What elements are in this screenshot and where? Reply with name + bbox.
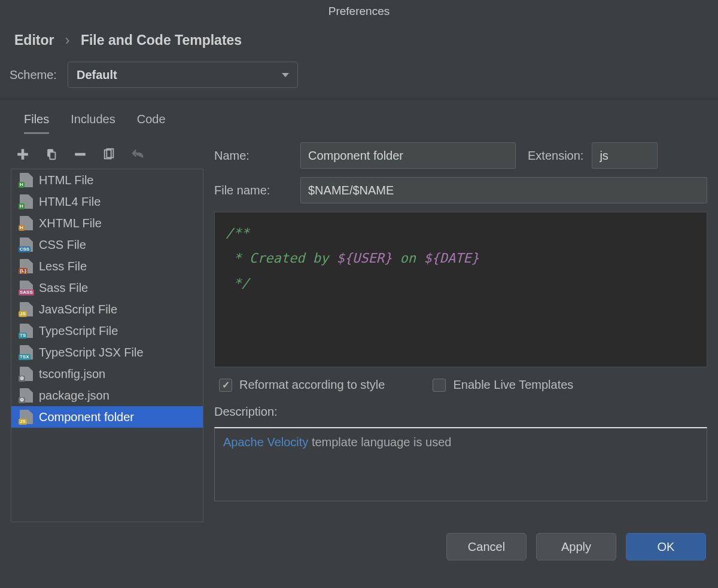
tab-files[interactable]: Files xyxy=(24,112,49,134)
template-list[interactable]: HHTML FileHHTML4 FileHXHTML FileCSSCSS F… xyxy=(11,169,203,522)
template-item[interactable]: SASSSass File xyxy=(11,277,203,298)
live-templates-checkbox[interactable] xyxy=(433,379,446,392)
template-item-label: CSS File xyxy=(39,238,86,252)
template-item-label: Sass File xyxy=(39,281,88,295)
svg-rect-1 xyxy=(18,153,28,156)
tab-includes[interactable]: Includes xyxy=(71,112,115,134)
scheme-value: Default xyxy=(77,68,117,82)
file-icon: H xyxy=(20,173,33,187)
svg-rect-3 xyxy=(50,152,55,159)
remove-template-button[interactable] xyxy=(72,146,89,163)
duplicate-template-button[interactable] xyxy=(101,146,117,163)
template-item[interactable]: TSTypeScript File xyxy=(11,320,203,342)
file-icon: JS xyxy=(20,302,33,316)
file-icon: TSX xyxy=(20,345,33,359)
reformat-label: Reformat according to style xyxy=(239,378,385,392)
breadcrumb-leaf: File and Code Templates xyxy=(81,32,242,48)
undo-button xyxy=(129,146,146,163)
file-icon: JS xyxy=(20,410,33,424)
name-input[interactable] xyxy=(300,142,516,169)
template-toolbar xyxy=(11,142,203,169)
breadcrumb: Editor › File and Code Templates xyxy=(0,24,718,59)
file-icon: {L} xyxy=(20,259,33,273)
breadcrumb-sep-icon: › xyxy=(65,32,70,48)
filename-label: File name: xyxy=(214,184,292,197)
template-item-label: XHTML File xyxy=(39,217,102,230)
template-item-label: HTML4 File xyxy=(39,195,101,209)
extension-label: Extension: xyxy=(528,149,583,163)
template-item[interactable]: JSJavaScript File xyxy=(11,298,203,320)
live-templates-label: Enable Live Templates xyxy=(453,378,573,392)
template-item[interactable]: ⚙tsconfig.json xyxy=(11,363,203,385)
breadcrumb-root[interactable]: Editor xyxy=(14,32,54,48)
extension-input[interactable] xyxy=(592,142,658,169)
code-editor[interactable]: /** * Created by ${USER} on ${DATE} */ xyxy=(214,212,707,367)
scheme-dropdown[interactable]: Default xyxy=(68,62,298,88)
file-icon: ⚙ xyxy=(20,367,33,381)
file-icon: ⚙ xyxy=(20,388,33,403)
file-icon: CSS xyxy=(20,237,33,252)
template-item-label: HTML File xyxy=(39,173,93,187)
apply-button[interactable]: Apply xyxy=(536,533,616,560)
template-item[interactable]: ⚙package.json xyxy=(11,385,203,406)
name-label: Name: xyxy=(214,149,292,163)
file-icon: H xyxy=(20,216,33,230)
file-icon: SASS xyxy=(20,281,33,295)
template-item-label: Less File xyxy=(39,260,87,273)
template-item[interactable]: {L}Less File xyxy=(11,255,203,277)
template-item-label: package.json xyxy=(39,389,109,403)
tab-code[interactable]: Code xyxy=(137,112,166,134)
template-item[interactable]: HXHTML File xyxy=(11,212,203,234)
file-icon: H xyxy=(20,194,33,209)
filename-input[interactable] xyxy=(300,177,707,203)
template-item-label: TypeScript File xyxy=(39,324,118,338)
window-title: Preferences xyxy=(0,0,718,24)
copy-template-button[interactable] xyxy=(43,146,60,163)
chevron-down-icon xyxy=(282,73,289,77)
ok-button[interactable]: OK xyxy=(626,533,706,560)
template-item[interactable]: CSSCSS File xyxy=(11,234,203,255)
scheme-label: Scheme: xyxy=(10,68,57,82)
template-item-label: TypeScript JSX File xyxy=(39,346,144,359)
template-item-label: Component folder xyxy=(39,410,134,424)
file-icon: TS xyxy=(20,324,33,338)
add-template-button[interactable] xyxy=(14,146,31,163)
svg-rect-4 xyxy=(75,153,86,156)
cancel-button[interactable]: Cancel xyxy=(446,533,527,560)
template-item[interactable]: HHTML File xyxy=(11,169,203,191)
description-box[interactable]: Apache Velocity template language is use… xyxy=(214,427,707,501)
template-item[interactable]: JSComponent folder xyxy=(11,406,203,428)
template-item-label: JavaScript File xyxy=(39,303,117,316)
template-item[interactable]: TSXTypeScript JSX File xyxy=(11,342,203,363)
reformat-checkbox[interactable] xyxy=(219,379,232,392)
apache-velocity-link[interactable]: Apache Velocity xyxy=(223,435,308,449)
description-text: template language is used xyxy=(308,435,451,449)
description-label: Description: xyxy=(214,403,707,419)
template-item[interactable]: HHTML4 File xyxy=(11,191,203,212)
template-item-label: tsconfig.json xyxy=(39,367,105,381)
